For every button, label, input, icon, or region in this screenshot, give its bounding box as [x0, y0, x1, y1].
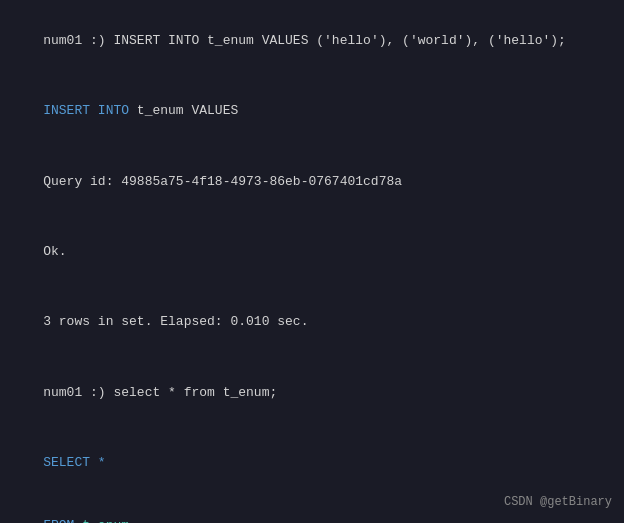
line-select-command: num01 :) select * from t_enum; — [12, 362, 612, 424]
sql-table-name: t_enum — [82, 518, 129, 523]
line-sql-select: SELECT * — [12, 432, 612, 494]
sql-from-keyword: FROM — [43, 518, 82, 523]
ok-text: Ok. — [43, 244, 66, 259]
line-elapsed-1: 3 rows in set. Elapsed: 0.010 sec. — [12, 292, 612, 354]
line-query-id-1: Query id: 49885a75-4f18-4973-86eb-076740… — [12, 151, 612, 213]
command-text-1: INSERT INTO t_enum VALUES ('hello'), ('w… — [113, 33, 565, 48]
sql-insert-rest: t_enum VALUES — [129, 103, 238, 118]
line-ok: Ok. — [12, 221, 612, 283]
line-sql-insert: INSERT INTO t_enum VALUES — [12, 80, 612, 142]
command-text-2: select * from t_enum; — [113, 385, 277, 400]
sql-select-keyword: SELECT * — [43, 455, 105, 470]
sql-insert-keyword: INSERT INTO — [43, 103, 129, 118]
query-id-text-1: Query id: 49885a75-4f18-4973-86eb-076740… — [43, 174, 402, 189]
prompt-2: num01 :) — [43, 385, 113, 400]
elapsed-text-1: 3 rows in set. Elapsed: 0.010 sec. — [43, 314, 308, 329]
footer-brand: CSDN @getBinary — [504, 495, 612, 509]
terminal: num01 :) INSERT INTO t_enum VALUES ('hel… — [0, 0, 624, 523]
prompt-1: num01 :) — [43, 33, 113, 48]
line-insert-command: num01 :) INSERT INTO t_enum VALUES ('hel… — [12, 10, 612, 72]
